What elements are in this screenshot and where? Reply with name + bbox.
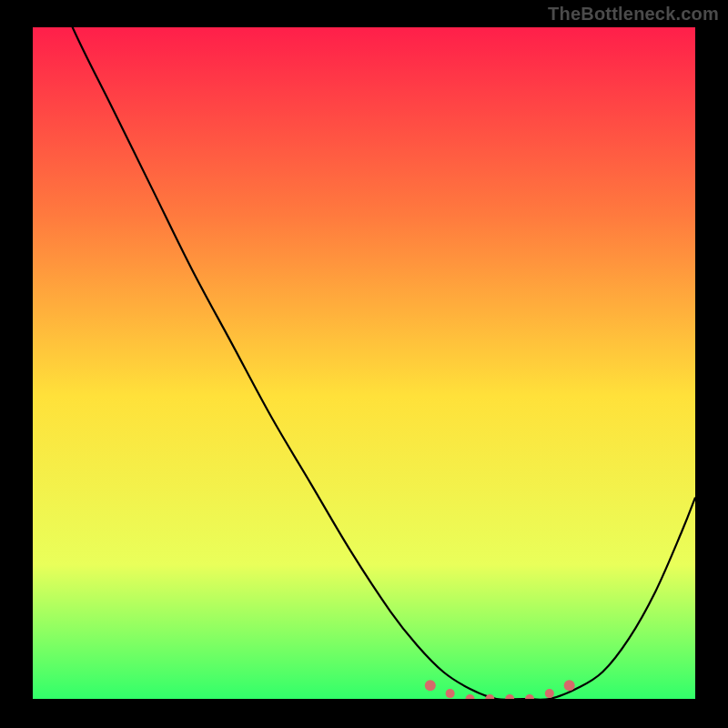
marker-dot [446, 689, 455, 698]
chart-svg [33, 27, 695, 699]
marker-dot [545, 689, 554, 698]
plot-area [33, 27, 695, 699]
marker-dot [564, 680, 575, 691]
chart-stage: TheBottleneck.com [0, 0, 728, 728]
marker-dot [425, 680, 436, 691]
watermark-text: TheBottleneck.com [548, 4, 719, 25]
gradient-background [33, 27, 695, 699]
